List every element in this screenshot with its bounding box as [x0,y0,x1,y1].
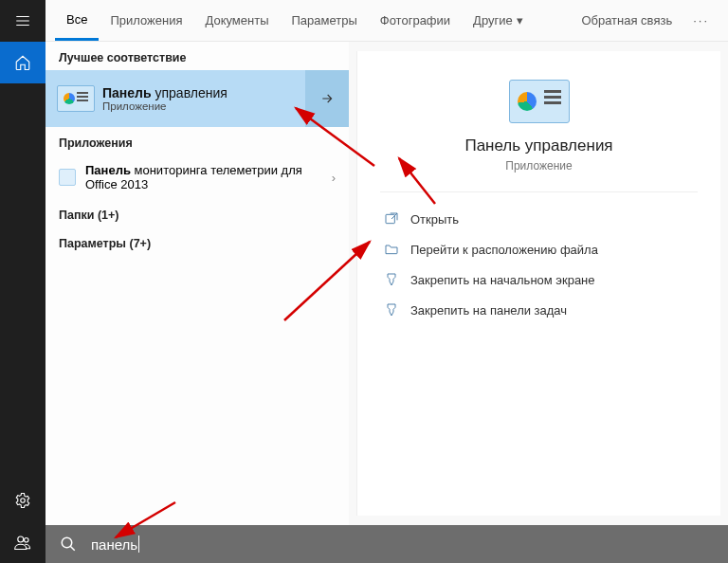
people-icon[interactable] [0,521,46,563]
hamburger-icon[interactable] [0,0,46,42]
svg-rect-3 [386,214,394,223]
chevron-right-icon: › [332,171,336,185]
tab-all[interactable]: Все [55,0,99,41]
start-rail [0,0,46,563]
search-bar[interactable]: панель [46,525,728,563]
preview-app-icon [509,80,570,123]
tab-documents[interactable]: Документы [193,0,280,41]
action-pin-start-label: Закрепить на начальном экране [410,273,595,287]
tab-apps[interactable]: Приложения [99,0,193,41]
app-result-title: Панель мониторинга телеметрии для Office… [85,163,332,191]
home-icon[interactable] [0,42,46,83]
action-pin-start[interactable]: Закрепить на начальном экране [380,266,698,293]
app-result-item[interactable]: Панель мониторинга телеметрии для Office… [46,155,349,199]
preview-title: Панель управления [380,136,698,155]
best-match-title: Панель управления [102,85,228,100]
svg-point-1 [18,536,24,542]
action-pin-taskbar-label: Закрепить на панели задач [410,303,567,318]
action-open[interactable]: Открыть [380,206,698,232]
expand-arrow-icon[interactable] [305,70,349,127]
action-pin-taskbar[interactable]: Закрепить на панели задач [380,297,698,323]
best-match-item[interactable]: Панель управления Приложение [46,70,349,127]
search-icon [46,536,91,553]
best-match-type: Приложение [102,100,228,112]
app-icon [59,169,76,186]
text-cursor [138,536,139,553]
tab-other[interactable]: Другие ▾ [462,0,535,41]
svg-point-2 [25,538,29,543]
svg-point-0 [21,499,26,503]
more-icon[interactable]: ··· [683,13,719,27]
section-apps: Приложения [46,127,349,155]
preview-panel: Панель управления Приложение Открыть Пер… [356,51,720,516]
tab-other-label: Другие [473,13,513,27]
tab-settings[interactable]: Параметры [280,0,368,41]
action-open-location-label: Перейти к расположению файла [410,243,598,257]
section-settings[interactable]: Параметры (7+) [46,227,349,256]
section-best-match: Лучшее соответствие [46,42,349,70]
results-panel: Лучшее соответствие Панель управления Пр… [46,42,349,525]
section-folders[interactable]: Папки (1+) [46,199,349,227]
control-panel-icon [57,85,95,112]
gear-icon[interactable] [0,480,46,521]
chevron-down-icon: ▾ [517,13,523,27]
action-open-location[interactable]: Перейти к расположению файла [380,236,698,263]
tab-photos[interactable]: Фотографии [369,0,462,41]
svg-point-4 [62,537,72,548]
feedback-link[interactable]: Обратная связь [570,13,683,27]
action-open-label: Открыть [410,212,459,227]
search-input-text: панель [91,536,137,553]
search-filter-tabs: Все Приложения Документы Параметры Фотог… [46,0,728,42]
divider [380,191,698,192]
preview-type: Приложение [380,159,698,173]
